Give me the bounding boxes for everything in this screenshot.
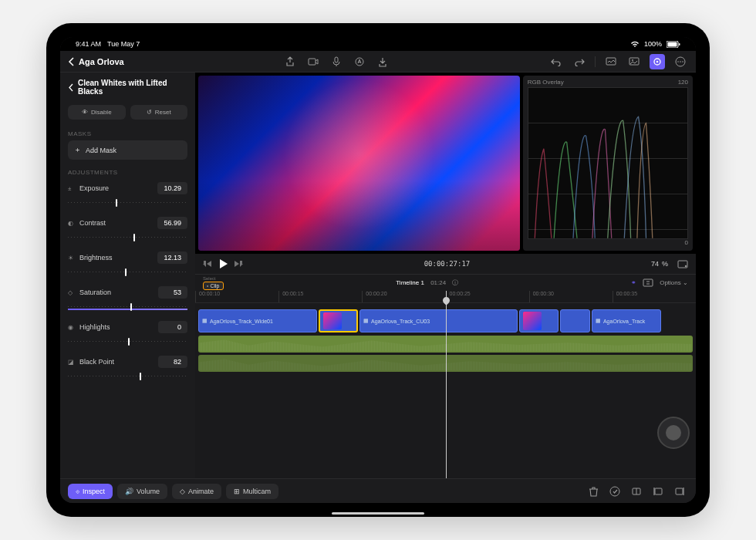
svg-point-12 (677, 61, 679, 62)
zoom-unit: % (662, 260, 668, 268)
share-icon[interactable] (282, 54, 298, 69)
adj-value-field[interactable]: 56.99 (157, 217, 187, 229)
media-browser-icon[interactable] (603, 54, 619, 69)
svg-rect-1 (668, 42, 677, 46)
adj-icon: ± (68, 185, 76, 192)
adj-slider[interactable] (68, 301, 187, 313)
tab-label: Multicam (243, 488, 271, 495)
text-icon[interactable] (352, 54, 367, 69)
bottom-toolbar: ⟐Inspect🔊Volume◇Animate⊞Multicam (60, 478, 696, 503)
svg-point-8 (632, 59, 633, 61)
tab-icon: ◇ (180, 488, 185, 495)
status-time: 9:41 AM (76, 40, 101, 48)
video-scopes: RGB Overlay 120 0 (523, 76, 693, 251)
playhead[interactable] (446, 291, 447, 478)
video-clip[interactable]: ▦AgaOrlova_Track (592, 309, 661, 332)
clip-badge[interactable]: ▫ Clip (203, 282, 224, 290)
plus-icon: ＋ (74, 145, 81, 155)
inspector-panel: Clean Whites with Lifted Blacks 👁Disable… (60, 73, 195, 478)
video-clip[interactable]: ▦AgaOrlova_Track_CU03 (359, 309, 518, 332)
svg-rect-20 (655, 488, 662, 494)
status-date: Tue May 7 (107, 40, 140, 48)
back-icon[interactable] (68, 57, 74, 66)
video-clip[interactable] (519, 309, 559, 332)
effect-title[interactable]: Clean Whites with Lifted Blacks (78, 79, 187, 96)
status-bar: 9:41 AM Tue May 7 100% (60, 37, 696, 51)
adj-slider[interactable] (68, 266, 187, 278)
project-title[interactable]: Aga Orlova (79, 57, 124, 66)
adj-value-field[interactable]: 82 (158, 356, 187, 368)
tab-label: Inspect (83, 488, 105, 495)
adj-name: Highlights (79, 323, 110, 331)
split-icon[interactable] (628, 483, 645, 500)
svg-rect-2 (679, 43, 680, 46)
adj-slider[interactable] (68, 197, 187, 209)
adj-slider[interactable] (68, 336, 187, 348)
adj-value-field[interactable]: 12.13 (157, 251, 187, 264)
content-browser-icon[interactable] (626, 54, 642, 69)
tab-multicam[interactable]: ⊞Multicam (226, 484, 278, 499)
scope-label[interactable]: RGB Overlay (528, 79, 564, 86)
trim-start-icon[interactable] (650, 483, 667, 500)
undo-icon[interactable] (548, 54, 564, 69)
video-viewer[interactable] (198, 76, 520, 251)
redo-icon[interactable] (572, 54, 587, 69)
voiceover-icon[interactable] (329, 54, 344, 69)
video-clip[interactable] (319, 309, 358, 332)
adj-slider[interactable] (68, 231, 187, 244)
ruler-tick: 00:00:30 (529, 291, 613, 302)
tab-icon: 🔊 (125, 488, 133, 495)
more-icon[interactable] (673, 54, 688, 69)
timeline-name[interactable]: Timeline 1 (396, 279, 424, 286)
trim-end-icon[interactable] (671, 483, 688, 500)
enable-disable-icon[interactable] (606, 483, 623, 500)
link-icon[interactable]: ⚭ (631, 279, 636, 286)
video-clip[interactable] (560, 309, 589, 332)
tab-inspect[interactable]: ⟐Inspect (68, 484, 113, 499)
tab-label: Volume (137, 488, 160, 495)
inspector-toggle-icon[interactable] (650, 54, 665, 69)
video-clip[interactable]: ▦AgaOrlova_Track_Wide01 (198, 309, 317, 332)
adj-value-field[interactable]: 53 (158, 286, 187, 299)
transport-bar: 00:00:27:17 74 % (195, 254, 696, 274)
adj-name: Black Point (79, 358, 114, 366)
adj-slider[interactable] (68, 370, 187, 383)
tab-icon: ⟐ (76, 488, 79, 495)
delete-icon[interactable] (585, 483, 602, 500)
timeline[interactable]: 00:00:1000:00:1500:00:2000:00:2500:00:30… (195, 291, 696, 478)
timecode-display[interactable]: 00:00:27:17 (251, 260, 643, 268)
svg-rect-17 (643, 279, 653, 286)
zoom-value[interactable]: 74 (651, 260, 659, 268)
adj-value-field[interactable]: 10.29 (157, 182, 187, 194)
svg-point-13 (680, 61, 681, 62)
back-icon[interactable] (68, 83, 73, 92)
next-frame-icon[interactable] (234, 260, 243, 268)
scope-scale-bottom: 0 (685, 239, 688, 246)
ruler-tick: 00:00:25 (446, 291, 529, 302)
svg-point-16 (685, 265, 687, 266)
info-icon[interactable]: ⓘ (452, 279, 458, 286)
snap-icon[interactable] (643, 278, 653, 287)
svg-point-14 (682, 61, 683, 62)
options-button[interactable]: Options ⌄ (660, 279, 688, 286)
adj-name: Brightness (79, 254, 113, 262)
clip-name: AgaOrlova_Track_Wide01 (210, 319, 273, 324)
import-icon[interactable] (375, 54, 390, 69)
timeline-duration: 01:24 (430, 279, 446, 286)
ruler-tick: 00:00:35 (613, 291, 696, 302)
camera-icon[interactable] (305, 54, 321, 69)
adj-icon: ◪ (68, 359, 76, 366)
tab-animate[interactable]: ◇Animate (172, 484, 221, 499)
ruler-tick: 00:00:15 (278, 291, 362, 302)
add-mask-button[interactable]: ＋ Add Mask (68, 140, 187, 160)
clip-thumbnail (523, 312, 542, 330)
disable-button[interactable]: 👁Disable (68, 105, 126, 120)
fullscreen-icon[interactable] (677, 260, 688, 268)
play-icon[interactable] (218, 258, 228, 269)
jog-wheel[interactable] (657, 417, 690, 449)
svg-rect-4 (335, 57, 338, 62)
prev-frame-icon[interactable] (203, 260, 212, 268)
tab-volume[interactable]: 🔊Volume (117, 484, 167, 499)
adj-value-field[interactable]: 0 (158, 321, 187, 333)
reset-button[interactable]: ↺Reset (130, 105, 188, 120)
